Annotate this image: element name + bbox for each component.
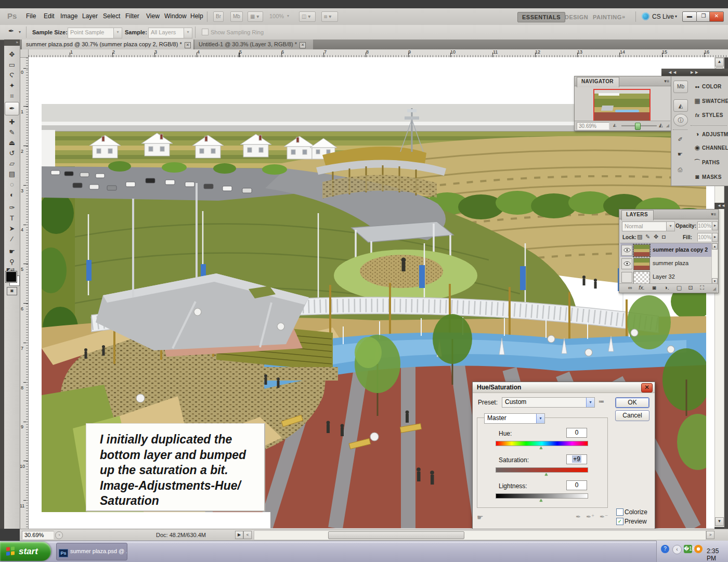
workspace-painting[interactable]: PAINTING (589, 12, 626, 22)
panel-button-adjustments[interactable]: ◑ADJUSTMENTS (693, 129, 728, 139)
on-image-adjust-icon[interactable]: ☛ (477, 513, 484, 521)
move-tool[interactable]: ✥ (6, 49, 18, 59)
new-layer-icon[interactable]: ⊡ (686, 284, 695, 291)
restore-button[interactable]: ❐ (696, 11, 711, 22)
menu-help[interactable]: Help (185, 8, 209, 20)
layers-tab[interactable]: LAYERS (621, 210, 654, 220)
safely-remove-tray-icon[interactable]: �163; (684, 545, 692, 553)
line-tool[interactable]: ∕ (6, 234, 18, 244)
layer-thumbnail[interactable] (633, 258, 650, 270)
zoom-in-icon[interactable]: ◭ (659, 122, 663, 128)
lightness-value-field[interactable]: 0 (566, 480, 587, 490)
quick-mask-button[interactable]: ◙ (7, 287, 17, 295)
layer-row-summer-plaza-copy-2[interactable]: summer plaza copy 2 (620, 243, 712, 257)
minibridge-button[interactable]: Mb (230, 11, 243, 22)
layers-dock-collapse-bar[interactable]: ◄◄ (714, 203, 728, 209)
minimize-button[interactable]: ▬ (682, 11, 697, 22)
minibridge-panel-button[interactable]: Mb (673, 81, 688, 93)
panel-resize-grip[interactable]: ◢ (666, 123, 669, 128)
lasso-tool[interactable]: Ϛ (6, 70, 18, 80)
tab-close-icon[interactable]: ✕ (300, 42, 306, 48)
visibility-eye-icon[interactable] (621, 258, 632, 269)
show-sampling-ring-checkbox[interactable] (202, 29, 209, 35)
opacity-slider-arrow-icon[interactable]: ▸ (712, 221, 718, 230)
workspace-design[interactable]: DESIGN (561, 12, 592, 22)
lock-pixels-icon[interactable]: ✎ (645, 233, 650, 240)
panel-resize-grip[interactable]: ◢ (713, 286, 716, 291)
eyedropper-add-icon[interactable]: ✒⁺ (586, 513, 594, 520)
delete-layer-icon[interactable]: ⛶ (697, 284, 707, 291)
start-button[interactable]: start (0, 542, 51, 561)
layer-style-icon[interactable]: fx. (637, 284, 646, 291)
horizontal-scrollbar[interactable] (254, 530, 706, 540)
arrange-documents-button[interactable]: ◫ ▾ (299, 11, 316, 22)
brush-presets-panel-icon[interactable]: ☛ (673, 148, 687, 160)
hue-slider-thumb[interactable]: ▲ (539, 445, 543, 450)
zoom-tool[interactable]: ⚲ (6, 257, 18, 267)
panel-menu-icon[interactable]: ▾≡ (664, 79, 669, 84)
lock-all-icon[interactable]: ◘ (662, 233, 666, 240)
close-button[interactable]: ✕ (709, 11, 724, 22)
panel-button-swatches[interactable]: ▦SWATCHES (693, 96, 728, 106)
dodge-tool[interactable]: ◐ (6, 190, 18, 200)
workspace-overflow-icon[interactable]: » (622, 14, 625, 20)
scroll-down-icon[interactable]: ▼ (715, 517, 724, 526)
hue-value-field[interactable]: 0 (566, 428, 587, 438)
blur-tool[interactable]: ◌ (6, 179, 18, 189)
adjustment-layer-icon[interactable]: ◑. (662, 284, 671, 291)
healing-brush-tool[interactable]: ✚ (6, 117, 18, 127)
tool-preset-arrow-icon[interactable]: ▾ (19, 30, 21, 34)
layer-row-layer-32[interactable]: Layer 32 (620, 270, 712, 284)
cancel-button[interactable]: Cancel (615, 410, 649, 421)
fill-field[interactable]: 100% (697, 233, 712, 242)
horizontal-scrollbar-thumb[interactable] (328, 531, 464, 539)
clone-source-panel-icon[interactable]: ⎙ (673, 164, 687, 175)
lightness-slider[interactable]: ▲ (496, 493, 588, 499)
channel-dropdown[interactable]: Master ▾ (484, 413, 545, 424)
layer-row-summer-plaza[interactable]: summer plaza (620, 257, 712, 270)
panel-menu-icon[interactable]: ▾≡ (711, 212, 716, 217)
navigator-tab[interactable]: NAVIGATOR (577, 77, 619, 87)
crop-tool[interactable]: ⌗ (6, 91, 18, 101)
scroll-up-icon[interactable]: ▲ (715, 58, 724, 67)
bridge-button[interactable]: Br (213, 11, 224, 22)
path-selection-tool[interactable]: ➤ (6, 224, 18, 233)
history-brush-tool[interactable]: ↺ (6, 148, 18, 158)
brush-tool[interactable]: ✎ (6, 127, 18, 137)
scroll-right-icon[interactable]: > (706, 531, 714, 539)
panel-button-channels[interactable]: ◉CHANNELS (693, 143, 728, 152)
hue-slider[interactable]: ▲ (496, 441, 588, 446)
saturation-slider-thumb[interactable]: ▲ (544, 472, 549, 477)
status-menu-arrow-icon[interactable]: ▶ (235, 531, 243, 539)
link-layers-icon[interactable]: ∞ (626, 284, 635, 291)
layer-thumbnail[interactable] (633, 244, 650, 257)
panel-button-color[interactable]: 🞄🞄COLOR (693, 82, 728, 91)
lightness-slider-thumb[interactable]: ▲ (539, 498, 543, 503)
cslive-button[interactable]: CS Live (652, 13, 674, 20)
foreground-color-swatch[interactable] (6, 271, 17, 282)
histogram-panel-icon[interactable]: ◭ (673, 99, 688, 112)
workspace-essentials[interactable]: ESSENTIALS (517, 12, 565, 22)
panel-button-paths[interactable]: ⌒PATHS (693, 158, 728, 167)
tools-collapse-icon[interactable]: » (4, 40, 20, 46)
navigator-zoom-field[interactable]: 30.69% (577, 122, 609, 130)
panel-dock-collapse-bar[interactable]: ◄◄ ►► (661, 69, 728, 76)
type-tool[interactable]: T (6, 213, 18, 223)
collapse-right-icon[interactable]: ►► (690, 70, 699, 75)
hand-tool[interactable]: ☛ (6, 246, 18, 256)
sample-dropdown[interactable]: All Layers▾ (148, 28, 192, 38)
quick-selection-tool[interactable]: ✦ (6, 81, 18, 90)
colorize-checkbox[interactable] (616, 508, 623, 516)
info-panel-icon[interactable]: ⓘ (673, 114, 688, 126)
navigator-slider-thumb[interactable] (635, 123, 641, 130)
clone-stamp-tool[interactable]: ⏏ (6, 138, 18, 148)
dialog-close-icon[interactable]: ✕ (641, 383, 653, 393)
taskbar-task-button[interactable]: Pssummer plaza.psd @ ... (56, 543, 127, 560)
visibility-eye-icon[interactable] (621, 272, 632, 283)
opacity-field[interactable]: 100% (697, 221, 712, 230)
layers-scrollbar[interactable]: ▲ ▼ (711, 243, 718, 284)
fill-slider-arrow-icon[interactable]: ▸ (712, 233, 718, 242)
ok-button[interactable]: OK (615, 397, 649, 408)
tab-untitled-1[interactable]: Untitled-1 @ 30.3% (Layer 3, RGB/8) *✕ (194, 40, 313, 49)
zoom-out-icon[interactable]: ◭ (613, 123, 616, 127)
